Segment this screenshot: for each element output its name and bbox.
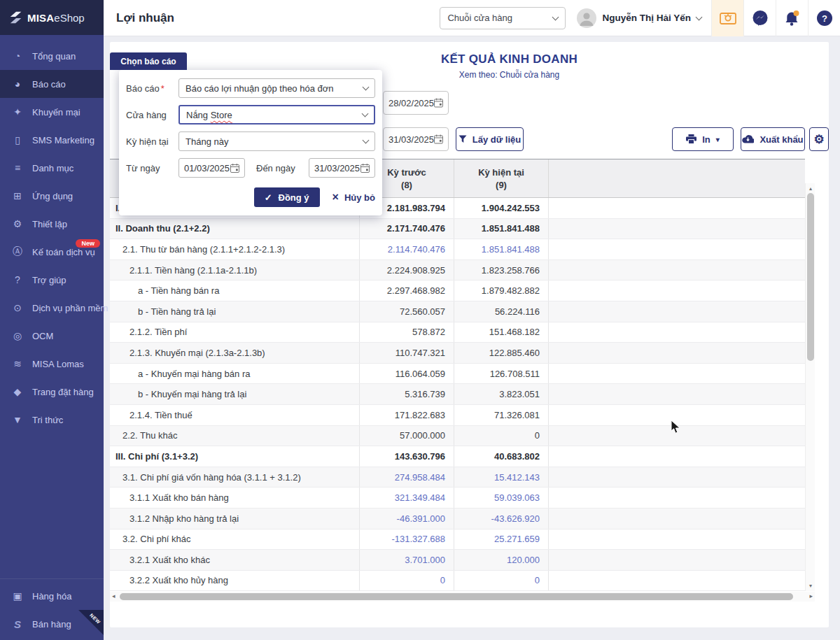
- value-ky-truoc: 274.958.484: [359, 467, 454, 488]
- table-row[interactable]: 2.1. Thu từ bán hàng (2.1.1+2.1.2-2.1.3)…: [110, 239, 805, 260]
- sidebar-item[interactable]: ▼ Tri thức: [0, 406, 104, 434]
- notifications-button[interactable]: [776, 0, 808, 36]
- calendar-icon: [434, 134, 443, 144]
- table-row[interactable]: 3.1.2 Nhập kho hàng trả lại -46.391.000 …: [110, 509, 805, 529]
- table-settings-button[interactable]: ⚙: [809, 127, 829, 151]
- table-row[interactable]: III. Chi phí (3.1+3.2) 143.630.796 40.68…: [110, 446, 805, 467]
- user-menu[interactable]: Nguyễn Thị Hải Yến: [577, 8, 701, 28]
- sidebar-item[interactable]: ◎ OCM: [0, 322, 104, 350]
- suggestions-button[interactable]: [711, 0, 743, 36]
- value-ky-hien-tai: 120.000: [454, 550, 548, 570]
- sidebar-item[interactable]: ▣ Hàng hóa: [0, 582, 104, 610]
- scroll-down-icon[interactable]: ▾: [806, 583, 816, 589]
- topbar-right: Chuỗi cửa hàng Nguyễn Thị Hải Yến: [440, 0, 840, 36]
- export-button[interactable]: Xuất khẩu: [741, 127, 805, 151]
- store-field-label: Cửa hàng: [126, 110, 178, 120]
- help-icon: ?: [816, 10, 833, 27]
- sidebar-item[interactable]: ✦ Khuyến mại: [0, 98, 104, 126]
- value-ky-truoc: 72.560.057: [359, 301, 454, 322]
- value-ky-truoc: 2.171.740.476: [359, 219, 454, 239]
- sidebar: MISAeShop ◔ Tổng quan ◕ Báo cáo ✦ Khuyến…: [0, 0, 104, 640]
- vertical-scroll-thumb[interactable]: [807, 193, 814, 361]
- messenger-button[interactable]: [743, 0, 776, 36]
- table-row[interactable]: 3.2. Chi phí khác -131.327.688 25.271.65…: [110, 529, 805, 550]
- value-ky-hien-tai: 126.708.511: [454, 364, 548, 384]
- close-icon: ×: [332, 191, 339, 204]
- gear-icon: ⚙: [813, 132, 824, 147]
- list-icon: ≡: [11, 162, 24, 173]
- sidebar-item[interactable]: ≋ MISA Lomas: [0, 350, 104, 378]
- help-button[interactable]: ?: [808, 0, 840, 36]
- row-filler: [548, 488, 805, 508]
- table-row[interactable]: a - Tiền hàng bán ra 2.297.468.982 1.879…: [110, 280, 805, 301]
- value-ky-truoc: 578.872: [359, 322, 454, 343]
- sidebar-nav-bottom: ▣ Hàng hóa S Bán hàng NEW: [0, 578, 104, 638]
- sidebar-item[interactable]: ? Trợ giúp: [0, 266, 104, 294]
- avatar: [577, 8, 596, 28]
- value-ky-truoc: -46.391.000: [359, 509, 454, 529]
- table-row[interactable]: 3.2.1 Xuất kho khác 3.701.000 120.000: [110, 550, 805, 571]
- value-ky-truoc: -131.327.688: [359, 529, 454, 550]
- value-ky-hien-tai: 71.326.081: [454, 405, 548, 425]
- table-row[interactable]: 2.2. Thu khác 57.000.000 0: [110, 426, 805, 447]
- sidebar-item[interactable]: Ⓐ Kế toán dịch vụ New: [0, 238, 104, 266]
- sidebar-item[interactable]: ≡ Danh mục: [0, 154, 104, 182]
- sidebar-item[interactable]: S Bán hàng NEW: [0, 610, 104, 638]
- horizontal-scroll-thumb[interactable]: [120, 593, 793, 600]
- table-row[interactable]: b - Tiền hàng trả lại 72.560.057 56.224.…: [110, 301, 805, 322]
- choose-report-button[interactable]: Chọn báo cáo: [110, 52, 187, 70]
- table-row[interactable]: II. Doanh thu (2.1+2.2) 2.171.740.476 1.…: [110, 219, 805, 240]
- scroll-up-icon[interactable]: ▴: [806, 185, 816, 192]
- table-row[interactable]: 3.2.2 Xuất kho hủy hàng 0 0: [110, 571, 805, 592]
- date-to-input-bottom[interactable]: 31/03/2025: [383, 127, 449, 151]
- table-row[interactable]: 3.1.1 Xuất kho bán hàng 321.349.484 59.0…: [110, 488, 805, 509]
- sidebar-item[interactable]: ◕ Báo cáo: [0, 70, 104, 98]
- vertical-scrollbar[interactable]: ▴ ▾: [805, 183, 815, 591]
- value-ky-hien-tai: 25.271.659: [454, 529, 548, 550]
- value-ky-truoc: 321.349.484: [359, 488, 454, 508]
- row-filler: [548, 467, 805, 488]
- horizontal-scrollbar[interactable]: ◂ ▸: [110, 592, 815, 602]
- scroll-right-icon[interactable]: ▸: [809, 592, 813, 599]
- table-row[interactable]: 2.1.3. Khuyến mại (2.1.3a-2.1.3b) 110.74…: [110, 343, 805, 364]
- scroll-left-icon[interactable]: ◂: [112, 592, 115, 599]
- cancel-button[interactable]: × Hủy bỏ: [332, 191, 375, 204]
- sidebar-item[interactable]: ⚙ Thiết lập: [0, 210, 104, 238]
- value-ky-truoc: 2.224.908.925: [359, 260, 454, 280]
- sidebar-item[interactable]: ⊙ Dịch vụ phần mềm: [0, 294, 104, 322]
- sidebar-item[interactable]: ◔ Tổng quan: [0, 42, 104, 70]
- spellcheck-underline: Store: [211, 110, 232, 120]
- to-date-label: Đến ngày: [256, 163, 300, 173]
- to-date-input[interactable]: 31/03/2025: [309, 158, 375, 178]
- app-logo[interactable]: MISAeShop: [0, 0, 104, 35]
- store-select[interactable]: Nắng Store: [178, 105, 375, 125]
- value-ky-truoc: 2.297.468.982: [359, 280, 454, 301]
- gift-icon: ✦: [11, 106, 24, 118]
- sidebar-item[interactable]: ⊞ Ứng dụng: [0, 182, 104, 210]
- question-icon: ?: [11, 274, 24, 285]
- sidebar-item[interactable]: ▯ SMS Marketing: [0, 126, 104, 154]
- person-icon: ⊙: [11, 302, 24, 313]
- lightbulb-icon: [719, 9, 737, 27]
- chevron-down-icon: [696, 13, 703, 20]
- date-to-input-top[interactable]: 28/02/2025: [383, 91, 449, 115]
- sidebar-item[interactable]: ◆ Trang đặt hàng: [0, 378, 104, 406]
- pie-chart-icon: ◕: [11, 78, 24, 90]
- table-row[interactable]: 2.1.1. Tiền hàng (2.1.1a-2.1.1b) 2.224.9…: [110, 260, 805, 281]
- from-date-input[interactable]: 01/03/2025: [178, 158, 245, 178]
- table-row[interactable]: 2.1.4. Tiền thuế 171.822.683 71.326.081: [110, 405, 805, 426]
- report-select[interactable]: Báo cáo lợi nhuận gộp theo hóa đơn: [178, 78, 375, 98]
- gear-icon: ⚙: [11, 218, 24, 229]
- ok-button[interactable]: ✓ Đồng ý: [254, 187, 320, 207]
- get-data-button[interactable]: Lấy dữ liệu: [456, 127, 524, 151]
- calendar-icon: [230, 164, 239, 173]
- row-filler: [548, 405, 805, 425]
- table-row[interactable]: 3.1. Chi phí giá vốn hàng hóa (3.1.1 + 3…: [110, 467, 805, 488]
- table-row[interactable]: 2.1.2. Tiền phí 578.872 151.468.182: [110, 322, 805, 343]
- table-row[interactable]: b - Khuyến mại hàng trả lại 5.316.739 3.…: [110, 384, 805, 405]
- period-select[interactable]: Tháng này: [178, 131, 375, 151]
- row-label: 2.1. Thu từ bán hàng (2.1.1+2.1.2-2.1.3): [110, 239, 359, 259]
- print-button[interactable]: In ▾: [672, 127, 734, 151]
- table-row[interactable]: a - Khuyến mại hàng bán ra 116.064.059 1…: [110, 364, 805, 385]
- store-scope-select[interactable]: Chuỗi cửa hàng: [440, 7, 566, 29]
